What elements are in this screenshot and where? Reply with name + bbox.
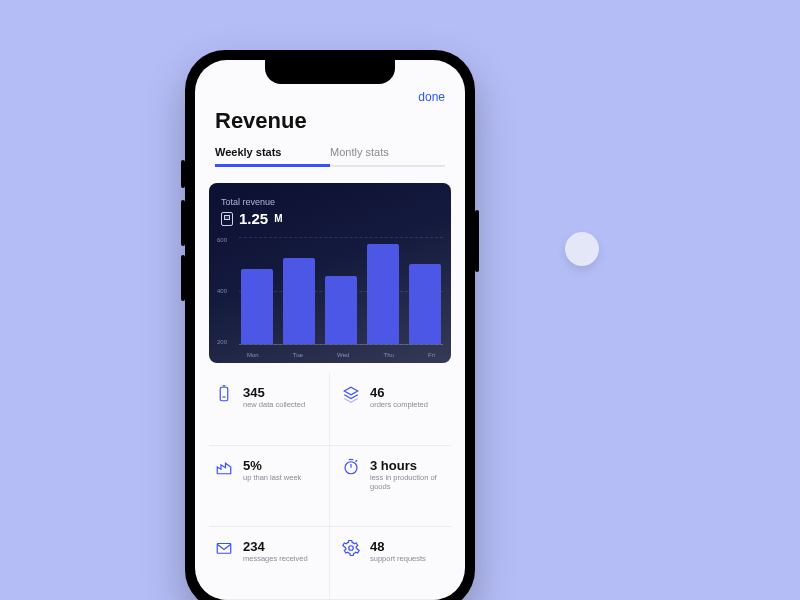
page-title: Revenue [215, 108, 445, 134]
timer-icon [342, 458, 360, 476]
svg-line-7 [356, 460, 358, 462]
total-revenue-value: 1.25 [239, 210, 268, 227]
x-tick: Wed [337, 352, 349, 358]
tabs: Weekly stats Montly stats [215, 146, 445, 167]
x-tick: Mon [247, 352, 259, 358]
x-tick: Tue [293, 352, 303, 358]
x-tick: Thu [384, 352, 394, 358]
phone-power-button [475, 210, 479, 272]
phone-volume-up [181, 200, 185, 246]
stat-label: less in production of goods [370, 473, 445, 492]
battery-icon [215, 385, 233, 403]
total-revenue-label: Total revenue [221, 197, 439, 207]
total-revenue-unit: M [274, 213, 282, 224]
chart-bar[interactable] [409, 264, 441, 344]
screen: done Revenue Weekly stats Montly stats T… [195, 60, 465, 600]
chart-bars [239, 237, 443, 345]
phone-mute-switch [181, 160, 185, 188]
svg-point-9 [349, 546, 354, 551]
decorative-dot [565, 232, 599, 266]
y-axis-ticks: 600 400 200 [217, 237, 227, 345]
chart-bar[interactable] [325, 276, 357, 344]
stat-tile[interactable]: 234messages received [209, 527, 330, 600]
stat-tile[interactable]: 345new data collected [209, 373, 330, 446]
stat-value: 3 hours [370, 458, 445, 473]
stat-label: new data collected [243, 400, 305, 409]
stat-label: messages received [243, 554, 308, 563]
factory-icon [215, 458, 233, 476]
phone-volume-down [181, 255, 185, 301]
stat-value: 345 [243, 385, 305, 400]
stat-value: 46 [370, 385, 428, 400]
stat-value: 5% [243, 458, 301, 473]
stat-value: 234 [243, 539, 308, 554]
y-tick: 600 [217, 237, 227, 243]
done-button[interactable]: done [215, 90, 445, 104]
chart-bar[interactable] [283, 258, 315, 344]
stat-label: support requests [370, 554, 426, 563]
stat-tile[interactable]: 5%up than last week [209, 446, 330, 528]
calculator-icon [221, 212, 233, 226]
tab-weekly-stats[interactable]: Weekly stats [215, 146, 330, 167]
y-tick: 200 [217, 339, 227, 345]
stat-label: up than last week [243, 473, 301, 482]
chart-bar[interactable] [367, 244, 399, 344]
revenue-chart-card: Total revenue 1.25M 600 400 200 MonTueWe… [209, 183, 451, 363]
stat-label: orders completed [370, 400, 428, 409]
stat-tile[interactable]: 46orders completed [330, 373, 451, 446]
x-axis-labels: MonTueWedThuFri [239, 352, 443, 358]
chart-bar[interactable] [241, 269, 273, 344]
stat-tile[interactable]: 3 hoursless in production of goods [330, 446, 451, 528]
phone-notch [265, 60, 395, 84]
svg-marker-3 [344, 387, 358, 395]
stat-value: 48 [370, 539, 426, 554]
mail-icon [215, 539, 233, 557]
svg-rect-0 [220, 387, 228, 401]
bar-chart: 600 400 200 [239, 237, 443, 345]
x-tick: Fri [428, 352, 435, 358]
svg-rect-8 [217, 544, 231, 554]
y-tick: 400 [217, 288, 227, 294]
layers-icon [342, 385, 360, 403]
phone-frame: done Revenue Weekly stats Montly stats T… [185, 50, 475, 600]
gear-icon [342, 539, 360, 557]
stats-grid: 345new data collected46orders completed5… [209, 373, 451, 600]
tab-monthly-stats[interactable]: Montly stats [330, 146, 445, 167]
stat-tile[interactable]: 48support requests [330, 527, 451, 600]
